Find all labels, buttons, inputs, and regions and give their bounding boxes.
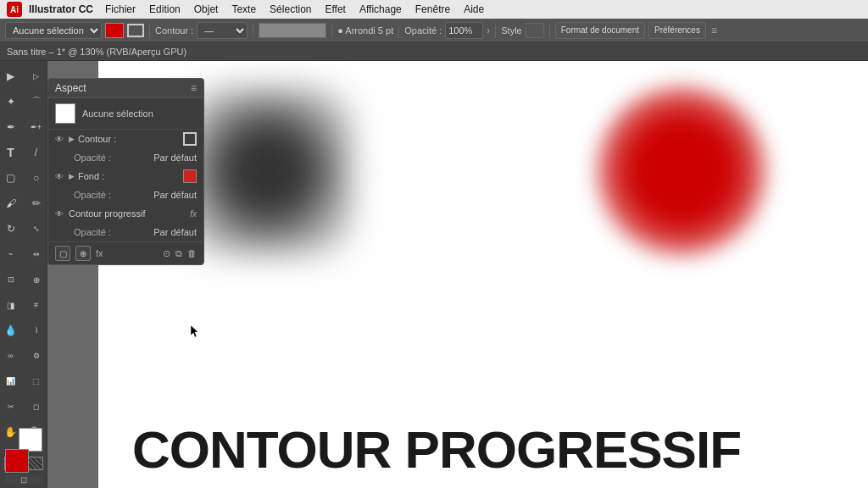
stroke-color-swatch[interactable] bbox=[127, 24, 144, 37]
menu-texte[interactable]: Texte bbox=[226, 0, 261, 19]
foreground-swatch[interactable] bbox=[5, 449, 29, 473]
panel-fx-btn[interactable]: fx bbox=[96, 248, 103, 258]
arrondi-label: ● Arrondi 5 pt bbox=[337, 25, 393, 36]
measure-tool[interactable]: ⌇ bbox=[25, 319, 48, 342]
menu-objet[interactable]: Objet bbox=[189, 0, 224, 19]
contour-swatch[interactable] bbox=[183, 132, 197, 146]
contour-text: CONTOUR PROGRESSIF bbox=[132, 419, 868, 480]
contour-prog-visibility-icon[interactable]: 👁 bbox=[53, 208, 65, 219]
separator-6 bbox=[549, 23, 550, 38]
panel-delete-icon[interactable]: 🗑 bbox=[187, 248, 197, 258]
main-area: ▶ ▷ ✦ ⌒ ✒ ✒+ T / ▢ ○ 🖌 ✏ ↻ ⤡ ~ ⇔ bbox=[0, 61, 868, 488]
ellipse-tool[interactable]: ○ bbox=[25, 166, 48, 190]
contour-dropdown[interactable]: — bbox=[197, 22, 248, 39]
mesh-tool[interactable]: # bbox=[25, 293, 48, 317]
panel-footer: ▢ ⊕ fx ⊙ ⧉ 🗑 bbox=[48, 241, 203, 264]
menu-bar: Ai Illustrator CC Fichier Edition Objet … bbox=[0, 0, 868, 19]
preferences-btn[interactable]: Préférences bbox=[648, 22, 706, 39]
lasso-tool[interactable]: ⌒ bbox=[25, 90, 48, 114]
contour-label: Contour : bbox=[155, 25, 193, 36]
blend-tool[interactable]: ∞ bbox=[0, 344, 23, 368]
style-label: Style bbox=[501, 25, 521, 36]
pencil-tool[interactable]: ✏ bbox=[25, 191, 48, 215]
color-swatches bbox=[5, 449, 42, 452]
panel-settings-icon[interactable]: ⊙ bbox=[163, 248, 170, 259]
app-logo: Ai bbox=[7, 2, 22, 17]
background-swatch[interactable] bbox=[19, 428, 42, 452]
menu-edition[interactable]: Edition bbox=[144, 0, 186, 19]
menu-fichier[interactable]: Fichier bbox=[100, 0, 141, 19]
opacite-label: Opacité : bbox=[404, 25, 442, 36]
contour-progressif-label: Contour progressif bbox=[69, 208, 186, 219]
contour-opacity-label: Opacité : bbox=[74, 152, 111, 163]
menu-selection[interactable]: Sélection bbox=[264, 0, 316, 19]
menu-fenetre[interactable]: Fenêtre bbox=[410, 0, 455, 19]
contour-prog-opacity-label: Opacité : bbox=[74, 227, 111, 237]
eyedropper-tool[interactable]: 💧 bbox=[0, 319, 23, 342]
menu-effet[interactable]: Effet bbox=[320, 0, 350, 19]
fond-visibility-icon[interactable]: 👁 bbox=[53, 170, 65, 182]
contour-progressif-row[interactable]: 👁 Contour progressif fx bbox=[48, 204, 203, 223]
line-tool[interactable]: / bbox=[25, 141, 48, 164]
slice-tool[interactable]: ✂ bbox=[0, 395, 23, 419]
width-tool[interactable]: ⇔ bbox=[25, 242, 48, 266]
scale-tool[interactable]: ⤡ bbox=[25, 217, 48, 241]
canvas-background: CONTOUR PROGRESSIF bbox=[98, 61, 868, 488]
panel-duplicate-icon[interactable]: ⧉ bbox=[175, 248, 182, 259]
panel-add-layer-btn[interactable]: ▢ bbox=[55, 246, 70, 261]
separator-1 bbox=[149, 23, 150, 38]
contour-prog-opacity-value: Par défaut bbox=[153, 227, 197, 237]
opacite-input[interactable] bbox=[445, 22, 483, 39]
pen-tool[interactable]: ✒ bbox=[0, 115, 23, 139]
left-toolbar: ▶ ▷ ✦ ⌒ ✒ ✒+ T / ▢ ○ 🖌 ✏ ↻ ⤡ ~ ⇔ bbox=[0, 61, 47, 488]
graph-tool[interactable]: 📊 bbox=[0, 369, 23, 393]
contour-opacity-row: Opacité : Par défaut bbox=[48, 148, 203, 167]
separator-5 bbox=[495, 23, 496, 38]
shape-builder-tool[interactable]: ⊕ bbox=[25, 268, 48, 291]
aspect-panel: Aspect ≡ Aucune sélection 👁 ▶ Contour : … bbox=[47, 78, 204, 265]
magic-wand-tool[interactable]: ✦ bbox=[0, 90, 23, 114]
contour-row-label: Contour : bbox=[78, 134, 180, 144]
free-transform-tool[interactable]: ⊡ bbox=[0, 268, 23, 291]
artboard-tool[interactable]: ⬚ bbox=[25, 369, 48, 393]
panel-menu-btn[interactable]: ≡ bbox=[191, 82, 197, 94]
direct-selection-tool[interactable]: ▷ bbox=[25, 64, 48, 88]
rect-tool[interactable]: ▢ bbox=[0, 166, 23, 190]
gradient-tool[interactable]: ◨ bbox=[0, 293, 23, 317]
document-tab[interactable]: Sans titre – 1* @ 130% (RVB/Aperçu GPU) bbox=[0, 42, 868, 61]
fond-row-label: Fond : bbox=[78, 171, 180, 181]
symbol-tool[interactable]: ⚙ bbox=[25, 344, 48, 368]
screen-mode-btn[interactable]: ⊡ bbox=[5, 475, 42, 485]
contour-arrow-icon: ▶ bbox=[69, 135, 75, 143]
panel-selection-row: Aucune sélection bbox=[48, 98, 203, 130]
selection-label: Aucune sélection bbox=[82, 108, 153, 119]
menu-aide[interactable]: Aide bbox=[459, 0, 489, 19]
separator-4 bbox=[398, 23, 399, 38]
fond-row[interactable]: 👁 ▶ Fond : bbox=[48, 167, 203, 186]
stroke-preview bbox=[259, 23, 326, 38]
app-name: Illustrator CC bbox=[29, 3, 93, 15]
panel-layer-btn[interactable]: ⊕ bbox=[75, 246, 91, 261]
selection-tool[interactable]: ▶ bbox=[0, 64, 23, 88]
toolbar: Aucune sélection Contour : — ● Arrondi 5… bbox=[0, 19, 868, 42]
fond-swatch[interactable] bbox=[183, 169, 197, 183]
fond-opacity-label: Opacité : bbox=[74, 190, 111, 200]
contour-row[interactable]: 👁 ▶ Contour : bbox=[48, 130, 203, 148]
format-doc-btn[interactable]: Format de document bbox=[555, 22, 645, 39]
eraser-tool[interactable]: ◻ bbox=[25, 395, 48, 419]
menu-affichage[interactable]: Affichage bbox=[354, 0, 407, 19]
rotate-tool[interactable]: ↻ bbox=[0, 217, 23, 241]
fx-badge: fx bbox=[190, 209, 197, 219]
warp-tool[interactable]: ~ bbox=[0, 242, 23, 266]
red-circle-shape bbox=[597, 86, 766, 256]
brush-tool[interactable]: 🖌 bbox=[0, 191, 23, 215]
type-tool[interactable]: T bbox=[0, 141, 23, 164]
doc-tab-title: Sans titre – 1* @ 130% (RVB/Aperçu GPU) bbox=[7, 47, 186, 57]
fill-color-swatch[interactable] bbox=[105, 23, 124, 38]
panel-header: Aspect ≡ bbox=[48, 79, 203, 98]
add-anchor-tool[interactable]: ✒+ bbox=[25, 115, 48, 139]
contour-visibility-icon[interactable]: 👁 bbox=[53, 133, 65, 145]
selection-dropdown[interactable]: Aucune sélection bbox=[5, 22, 102, 39]
separator-3 bbox=[331, 23, 332, 38]
style-swatch[interactable] bbox=[526, 23, 544, 38]
